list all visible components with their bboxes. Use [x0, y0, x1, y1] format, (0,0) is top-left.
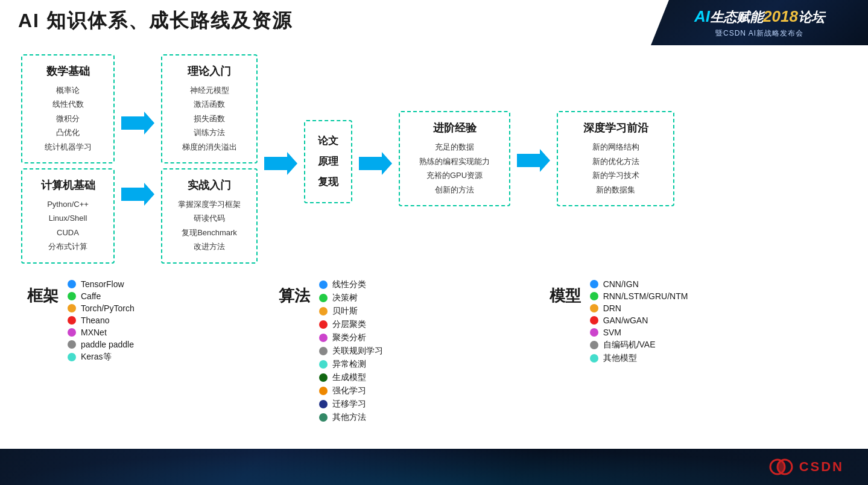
arrow2-container [261, 152, 300, 177]
legend-label: RNN/LSTM/GRU/NTM [603, 291, 688, 301]
svg-marker-3 [359, 152, 392, 175]
box-item: 损失函数 [173, 112, 246, 125]
box-item: CUDA [33, 226, 103, 239]
arrow2 [264, 152, 297, 175]
paper-title: 论文原理复现 [312, 131, 344, 192]
brand-year: 2018 [763, 7, 798, 26]
legend-item: Theano [68, 315, 135, 325]
legend-label: 其他模型 [603, 353, 637, 364]
brand-eco: 生态赋能 [710, 8, 763, 27]
legend-item: 强化学习 [319, 385, 383, 396]
legend-label: Caffe [81, 291, 101, 301]
flow-diagram: 数学基础 概率论线性代数微积分凸优化统计机器学习 计算机基础 Python/C+… [21, 54, 847, 264]
legend-item: paddle paddle [68, 340, 135, 349]
legend-item: GAN/wGAN [590, 315, 688, 325]
box-item: 创新的方法 [411, 183, 498, 197]
box-item: 改进方法 [173, 239, 246, 253]
svg-marker-2 [264, 152, 297, 175]
csdn-text: CSDN [799, 459, 844, 475]
algorithm-col: 算法 线性分类决策树贝叶斯分层聚类聚类分析关联规则学习异常检测生成模型强化学习迁… [279, 274, 531, 423]
legend-item: 其他模型 [590, 353, 688, 364]
paper-box: 论文原理复现 [304, 120, 352, 203]
legend-label: 异常检测 [332, 359, 366, 370]
bg-bottom: CSDN [0, 449, 868, 485]
legend-item: 其他方法 [319, 412, 383, 423]
legend-item: Keras等 [68, 352, 135, 363]
legend-item: Caffe [68, 291, 135, 301]
frontier-box: 深度学习前沿 新的网络结构新的优化方法新的学习技术新的数据集 [557, 111, 674, 206]
box-item: 训练方法 [173, 125, 246, 139]
svg-point-7 [778, 461, 784, 473]
legend-dot [590, 316, 598, 325]
algorithm-legend: 线性分类决策树贝叶斯分层聚类聚类分析关联规则学习异常检测生成模型强化学习迁移学习… [319, 274, 383, 423]
brand-ai: AI [694, 7, 710, 26]
box-item: 新的网络结构 [569, 140, 662, 154]
legend-dot [319, 294, 328, 302]
legend-label: TensorFlow [81, 279, 124, 289]
legend-dot [68, 280, 76, 288]
framework-col: 框架 TensorFlowCaffeTorch/PyTorchTheanoMXN… [27, 274, 261, 423]
legend-label: 其他方法 [332, 412, 366, 423]
legend-dot [319, 281, 328, 289]
box-item: 熟练的编程实现能力 [411, 154, 498, 168]
computer-box: 计算机基础 Python/C++Linux/ShellCUDA分布式计算 [21, 168, 115, 264]
legend-label: 聚类分析 [332, 332, 366, 343]
legend-label: SVM [603, 328, 621, 337]
main-content: 数学基础 概率论线性代数微积分凸优化统计机器学习 计算机基础 Python/C+… [0, 42, 868, 449]
legend-dot [68, 353, 76, 361]
arrow1-top [121, 112, 154, 135]
model-col: 模型 CNN/IGNRNN/LSTM/GRU/NTMDRNGAN/wGANSVM… [550, 274, 841, 423]
box-item: 统计机器学习 [33, 140, 103, 154]
box-item: 微积分 [33, 112, 103, 125]
arrow4 [517, 149, 550, 172]
box-item: 研读代码 [173, 211, 246, 225]
model-legend: CNN/IGNRNN/LSTM/GRU/NTMDRNGAN/wGANSVM自编码… [590, 274, 688, 364]
legend-label: 自编码机/VAE [603, 340, 656, 350]
advanced-title: 进阶经验 [411, 121, 498, 135]
math-box: 数学基础 概率论线性代数微积分凸优化统计机器学习 [21, 54, 115, 163]
theory-title: 理论入门 [173, 64, 246, 78]
math-items: 概率论线性代数微积分凸优化统计机器学习 [33, 83, 103, 154]
legend-dot [590, 354, 598, 363]
legend-label: DRN [603, 303, 621, 313]
legend-item: 决策树 [319, 293, 383, 303]
legend-label: 迁移学习 [332, 399, 366, 410]
legend-dot [68, 304, 76, 312]
brand-forum: 论坛 [798, 8, 825, 27]
box-item: 分布式计算 [33, 239, 103, 253]
legend-dot [319, 413, 328, 422]
arrow3 [359, 152, 392, 175]
svg-marker-4 [517, 149, 550, 172]
legend-item: Torch/PyTorch [68, 303, 135, 313]
legend-label: 决策树 [332, 293, 358, 303]
legend-label: 关联规则学习 [332, 346, 383, 357]
legend-label: Keras等 [81, 352, 112, 363]
framework-legend: TensorFlowCaffeTorch/PyTorchTheanoMXNetp… [68, 274, 135, 363]
framework-title: 框架 [27, 274, 59, 306]
box-item: 神经元模型 [173, 83, 246, 97]
box-item: 新的学习技术 [569, 168, 662, 182]
box-item: 充裕的GPU资源 [411, 168, 498, 182]
box-item: 线性代数 [33, 97, 103, 111]
legend-label: Torch/PyTorch [81, 303, 135, 313]
csdn-icon [769, 455, 793, 479]
advanced-items: 充足的数据熟练的编程实现能力充裕的GPU资源创新的方法 [411, 140, 498, 197]
box-item: 新的优化方法 [569, 154, 662, 168]
model-title: 模型 [550, 274, 581, 306]
theory-items: 神经元模型激活函数损失函数训练方法梯度的消失溢出 [173, 83, 246, 154]
legend-label: MXNet [81, 328, 107, 337]
arrow4-container [514, 149, 553, 174]
box-item: Linux/Shell [33, 211, 103, 225]
brand-area: AI 生态赋能 2018 论坛 暨CSDN AI新战略发布会 [651, 0, 868, 45]
legend-item: SVM [590, 328, 688, 337]
computer-title: 计算机基础 [33, 178, 103, 192]
legend-dot [319, 360, 328, 369]
legend-dot [590, 292, 598, 300]
legend-dot [590, 280, 598, 288]
legend-dot [590, 328, 598, 337]
box-item: 充足的数据 [411, 140, 498, 154]
page-title: AI 知识体系、成长路线及资源 [18, 8, 293, 34]
advanced-box: 进阶经验 充足的数据熟练的编程实现能力充裕的GPU资源创新的方法 [399, 111, 510, 206]
box-item: Python/C++ [33, 197, 103, 211]
legend-item: 聚类分析 [319, 332, 383, 343]
